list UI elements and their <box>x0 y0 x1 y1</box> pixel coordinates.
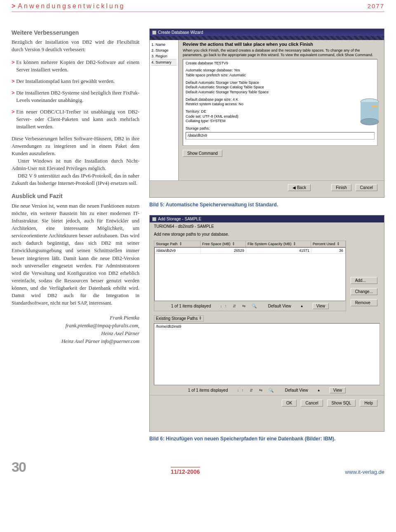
author-name: Heinz Axel Pürner <box>12 330 139 338</box>
review-summary-box: Create database TESTV9 Automatic storage… <box>183 59 377 146</box>
table-header: Storage Path▲▼ Free Space (MB)▲▼ File Sy… <box>154 241 346 247</box>
column-header[interactable]: Free Space (MB)▲▼ <box>200 241 246 247</box>
angle-icon: > <box>12 89 14 104</box>
review-line: Table space prefetch size: Automatic <box>186 73 375 78</box>
sort-icon: ▲▼ <box>199 316 202 320</box>
cell-free-space: 26529 <box>201 248 246 253</box>
wizard-steps-sidebar: 1. Name 2. Storage 3. Region 4. Summary <box>150 40 179 180</box>
page-header: >Anwendungsentwicklung 2077 <box>12 0 384 12</box>
wizard-step-selected[interactable]: 4. Summary <box>151 59 177 66</box>
author-name: Frank Pientka <box>12 314 139 322</box>
bullet-item: >Es können mehrere Kopien der DB2-Softwa… <box>12 59 139 73</box>
toolbar-icons[interactable]: ↓↑ ⇵ ⇆ 🔍 <box>220 304 259 308</box>
sort-icon: ▲▼ <box>179 242 182 246</box>
add-button[interactable]: Add... <box>351 277 377 284</box>
sort-icon: ▲▼ <box>337 242 340 246</box>
paragraph: Unter Windows ist nun die Installation d… <box>12 157 139 172</box>
review-line: Automatic storage database: Yes <box>186 68 375 73</box>
add-storage-screenshot: Add Storage - SAMPLE TURION64 - db2inst9… <box>149 215 384 432</box>
titlebar-hatch <box>150 36 384 40</box>
author-block: Frank Pientka frank.pientka@impaq-plural… <box>12 314 139 345</box>
wizard-screenshot: Create Database Wizard 1. Name 2. Storag… <box>149 28 384 198</box>
connection-path: TURION64 - db2inst9 - SAMPLE <box>150 222 384 230</box>
paragraph: Die neue Version ist, wenn man die neuen… <box>12 202 139 307</box>
ok-button[interactable]: OK <box>282 400 297 407</box>
article-column: Weitere Verbesserungen Bezüglich der Ins… <box>12 28 139 449</box>
paragraph: DB2 V 9 unterstützt auch das IPv6-Protok… <box>12 172 139 187</box>
bullet-item: >Ein neuer ODBC/CLI-Treiber ist unabhäng… <box>12 108 139 130</box>
items-displayed: 1 of 1 items displayed <box>171 304 211 308</box>
wizard-main-title: Review the actions that will take place … <box>183 42 377 47</box>
items-displayed: 1 of 1 items displayed <box>188 388 228 392</box>
section-title-improvements: Weitere Verbesserungen <box>12 28 139 37</box>
window-title: Add Storage - SAMPLE <box>158 217 201 221</box>
header-category: >Anwendungsentwicklung <box>12 2 125 10</box>
change-button[interactable]: Change... <box>351 288 377 295</box>
finish-button[interactable]: Finish <box>331 184 351 191</box>
window-title: Create Database Wizard <box>158 30 203 35</box>
wizard-step[interactable]: 1. Name <box>151 42 177 47</box>
page-footer: 30 11/12-2006 www.it-verlag.de <box>12 456 384 475</box>
paragraph: Diese Verbesserungen helfen Software-Häu… <box>12 135 139 157</box>
review-line: Default Automatic Storage Temporary Tabl… <box>186 90 375 95</box>
column-header[interactable]: Percent Used▲▼ <box>311 241 346 247</box>
review-line: Storage paths: <box>186 126 375 131</box>
review-line: Create database TESTV9 <box>186 61 375 66</box>
cell-capacity: 41571 <box>246 248 311 253</box>
author-email: frank.pientka@impaq-pluralis.com, <box>12 322 139 330</box>
help-button[interactable]: Help <box>360 400 377 407</box>
angle-icon: > <box>12 59 14 73</box>
show-command-button[interactable]: Show Command <box>183 150 222 157</box>
window-titlebar: Add Storage - SAMPLE <box>150 215 384 222</box>
review-line: Default database page size: 4 K <box>186 97 375 102</box>
remove-button[interactable]: Remove <box>351 299 377 306</box>
list-item[interactable]: /home/db2inst9 <box>154 324 380 329</box>
existing-paths-label: Existing Storage Paths ▲▼ <box>154 315 204 322</box>
svg-rect-3 <box>372 105 377 107</box>
view-selector[interactable]: Default View <box>285 388 308 392</box>
column-header[interactable]: Storage Path▲▼ <box>154 241 200 247</box>
view-button[interactable]: View <box>330 387 346 393</box>
review-line: Territory: DE <box>186 109 375 114</box>
wizard-step[interactable]: 2. Storage <box>151 47 177 53</box>
angle-icon: > <box>12 108 14 130</box>
cancel-button[interactable]: Cancel <box>356 184 377 191</box>
review-line: Code set: UTF-8 (XML enabled) <box>186 114 375 119</box>
table-status-bar: 1 of 1 items displayed ↓↑ ⇵ ⇆ 🔍 Default … <box>154 385 380 395</box>
sort-icon: ▲▼ <box>232 242 235 246</box>
review-line: Default Automatic Storage Catalog Table … <box>186 85 375 90</box>
up-icon[interactable]: ▲ <box>300 304 304 308</box>
sort-icon: ▲▼ <box>293 242 296 246</box>
show-sql-button[interactable]: Show SQL <box>327 400 356 407</box>
table-status-bar: 1 of 1 items displayed ↓↑ ⇵ ⇆ 🔍 Default … <box>154 301 346 311</box>
wizard-help-text: When you click Finish, the wizard create… <box>183 48 377 57</box>
back-button[interactable]: ◀ Back <box>288 184 311 191</box>
figure-caption: Bild 5: Automatische Speicherverwaltung … <box>149 202 384 208</box>
author-email: Heinz Axel Pürner info@puerner.com <box>12 338 139 345</box>
website-url: www.it-verlag.de <box>345 469 384 475</box>
view-button[interactable]: View <box>313 303 329 309</box>
toolbar-icons[interactable]: ↓↑ ⇵ ⇆ 🔍 <box>237 388 276 392</box>
instruction-text: Add new storage paths to your database. <box>150 230 384 238</box>
existing-paths-list: /home/db2inst9 <box>154 323 380 385</box>
database-cylinder-icon <box>359 98 380 127</box>
bullet-item: >Der Installationspfad kann frei gewählt… <box>12 78 139 85</box>
table-row[interactable]: /data/db2v9 26529 41571 36 <box>155 248 345 254</box>
app-icon <box>152 217 156 221</box>
wizard-step[interactable]: 3. Region <box>151 53 177 59</box>
column-header[interactable]: File System Capacity (MB)▲▼ <box>246 241 311 247</box>
issue-number: 11/12-2006 <box>171 467 200 475</box>
app-icon <box>152 31 156 35</box>
review-line: Default Automatic Storage User Table Spa… <box>186 80 375 85</box>
up-icon[interactable]: ▲ <box>317 388 321 392</box>
cell-percent: 36 <box>311 248 345 253</box>
view-selector[interactable]: Default View <box>268 304 291 308</box>
storage-path-value: /data/db2v9 <box>186 132 375 140</box>
header-year: 2077 <box>368 2 384 9</box>
angle-icon: > <box>12 78 14 85</box>
window-titlebar: Create Database Wizard <box>150 29 384 36</box>
cancel-button[interactable]: Cancel <box>301 400 323 407</box>
review-line: Restrict system catalog access: No <box>186 102 375 107</box>
bullet-item: >Die installierten DB2-Systeme sind bezü… <box>12 89 139 104</box>
figure-caption: Bild 6: Hinzufügen von neuen Speicherpfa… <box>149 436 384 442</box>
